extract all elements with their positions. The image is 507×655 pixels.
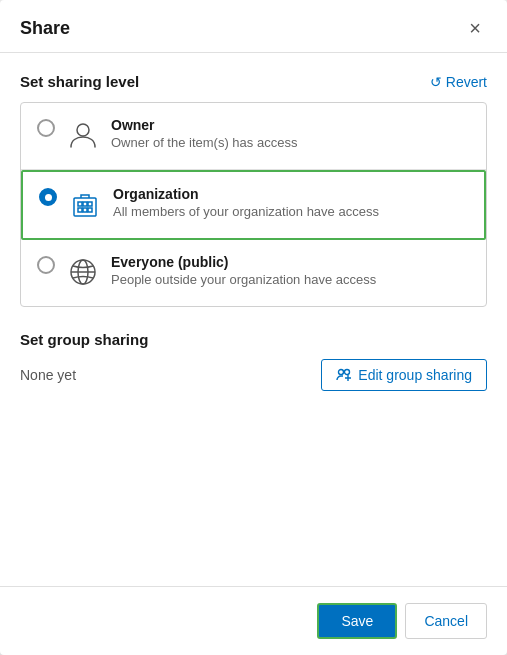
dialog-title: Share xyxy=(20,18,70,39)
everyone-radio[interactable] xyxy=(37,256,55,274)
svg-point-0 xyxy=(77,124,89,136)
sharing-level-title: Set sharing level xyxy=(20,73,139,90)
owner-label: Owner xyxy=(111,117,470,133)
svg-rect-3 xyxy=(83,202,87,206)
organization-radio-circle xyxy=(39,188,57,206)
sharing-options-container: Owner Owner of the item(s) has access xyxy=(20,102,487,307)
org-icon xyxy=(69,188,101,224)
group-sharing-title: Set group sharing xyxy=(20,331,148,348)
svg-rect-4 xyxy=(88,202,92,206)
share-dialog: Share × Set sharing level ↺ Revert xyxy=(0,0,507,655)
owner-option-text: Owner Owner of the item(s) has access xyxy=(111,117,470,150)
everyone-label: Everyone (public) xyxy=(111,254,470,270)
svg-rect-5 xyxy=(78,208,82,212)
organization-label: Organization xyxy=(113,186,468,202)
dialog-body: Set sharing level ↺ Revert Own xyxy=(0,53,507,586)
organization-option[interactable]: Organization All members of your organiz… xyxy=(21,170,486,240)
svg-rect-2 xyxy=(78,202,82,206)
revert-icon: ↺ xyxy=(430,74,442,90)
everyone-option-text: Everyone (public) People outside your or… xyxy=(111,254,470,287)
owner-option[interactable]: Owner Owner of the item(s) has access xyxy=(21,103,486,170)
revert-label: Revert xyxy=(446,74,487,90)
sharing-level-section-header: Set sharing level ↺ Revert xyxy=(20,73,487,90)
svg-point-12 xyxy=(345,370,350,375)
svg-rect-1 xyxy=(74,198,96,216)
save-button[interactable]: Save xyxy=(317,603,397,639)
cancel-button[interactable]: Cancel xyxy=(405,603,487,639)
svg-rect-7 xyxy=(88,208,92,212)
everyone-option[interactable]: Everyone (public) People outside your or… xyxy=(21,240,486,306)
group-sharing-section: Set group sharing None yet Edit group sh… xyxy=(20,331,487,391)
revert-button[interactable]: ↺ Revert xyxy=(430,74,487,90)
edit-group-label: Edit group sharing xyxy=(358,367,472,383)
svg-rect-6 xyxy=(83,208,87,212)
group-sharing-row: None yet Edit group sharing xyxy=(20,359,487,391)
dialog-footer: Save Cancel xyxy=(0,586,507,655)
edit-group-sharing-button[interactable]: Edit group sharing xyxy=(321,359,487,391)
owner-desc: Owner of the item(s) has access xyxy=(111,135,470,150)
person-icon xyxy=(67,119,99,155)
edit-group-icon xyxy=(336,367,352,383)
everyone-desc: People outside your organization have ac… xyxy=(111,272,470,287)
svg-point-11 xyxy=(339,370,344,375)
organization-option-text: Organization All members of your organiz… xyxy=(113,186,468,219)
everyone-radio-circle xyxy=(37,256,55,274)
close-button[interactable]: × xyxy=(463,16,487,40)
organization-radio[interactable] xyxy=(39,188,57,206)
organization-desc: All members of your organization have ac… xyxy=(113,204,468,219)
owner-radio[interactable] xyxy=(37,119,55,137)
none-yet-label: None yet xyxy=(20,367,76,383)
owner-radio-circle xyxy=(37,119,55,137)
globe-icon xyxy=(67,256,99,292)
dialog-header: Share × xyxy=(0,0,507,53)
